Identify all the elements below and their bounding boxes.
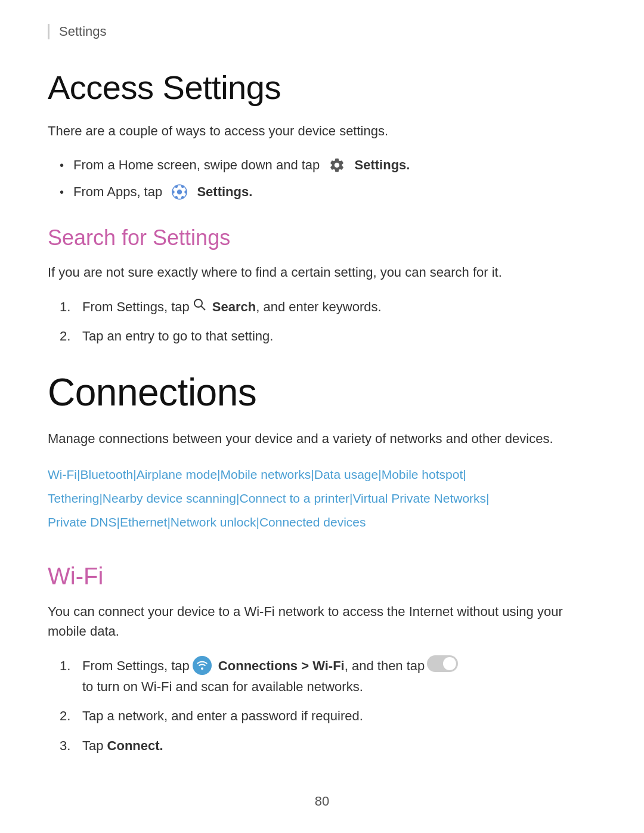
wifi-step-1-text2: , and then tap: [345, 655, 425, 676]
bullet-item-2: From Apps, tap Settings.: [60, 182, 596, 202]
gear-blue-icon: [171, 183, 188, 201]
page-number: 80: [315, 794, 329, 809]
link-mobile-networks[interactable]: Mobile networks: [221, 467, 311, 481]
link-airplane-mode[interactable]: Airplane mode: [137, 467, 217, 481]
access-settings-title: Access Settings: [48, 68, 596, 107]
step-1-content: From Settings, tap Search , and enter ke…: [82, 296, 382, 317]
breadcrumb-label: Settings: [59, 24, 107, 39]
search-steps: 1. From Settings, tap Search , and enter…: [48, 296, 596, 346]
step-1-bold: Search: [209, 296, 256, 317]
search-settings-subtitle: Search for Settings: [48, 225, 596, 250]
link-nearby-device-scanning[interactable]: Nearby device scanning: [103, 491, 236, 505]
search-step-2: 2. Tap an entry to go to that setting.: [60, 326, 596, 346]
wifi-step-2-text: Tap a network, and enter a password if r…: [82, 705, 363, 726]
connections-link-group: Wi-Fi|Bluetooth|Airplane mode|Mobile net…: [48, 463, 596, 534]
step-1-text-before: From Settings, tap: [82, 296, 190, 317]
access-settings-intro: There are a couple of ways to access you…: [48, 121, 596, 141]
wifi-step-1: 1. From Settings, tap Connections > Wi-F…: [60, 655, 596, 697]
link-vpn[interactable]: Virtual Private Networks: [352, 491, 486, 505]
wifi-intro: You can connect your device to a Wi-Fi n…: [48, 602, 596, 641]
wifi-steps: 1. From Settings, tap Connections > Wi-F…: [48, 655, 596, 756]
search-settings-intro: If you are not sure exactly where to fin…: [48, 262, 596, 282]
wifi-title: Wi-Fi: [48, 563, 596, 590]
link-wifi[interactable]: Wi-Fi: [48, 467, 77, 481]
connections-intro: Manage connections between your device a…: [48, 429, 596, 448]
step-num-1: 1.: [60, 296, 78, 317]
bullet-text-2b: Settings.: [193, 182, 252, 202]
wifi-step-1-text3: to turn on Wi-Fi and scan for available …: [82, 676, 363, 697]
step-num-2: 2.: [60, 326, 78, 346]
access-bullets: From a Home screen, swipe down and tap S…: [48, 155, 596, 202]
wifi-step-2: 2. Tap a network, and enter a password i…: [60, 705, 596, 726]
wifi-step-num-2: 2.: [60, 705, 78, 726]
link-bluetooth[interactable]: Bluetooth: [80, 467, 133, 481]
wifi-step-1-content: From Settings, tap Connections > Wi-Fi ,…: [82, 655, 596, 697]
wifi-step-3: 3. Tap Connect.: [60, 735, 596, 756]
search-icon: [191, 296, 207, 312]
wifi-step-num-3: 3.: [60, 735, 78, 756]
search-step-1: 1. From Settings, tap Search , and enter…: [60, 296, 596, 317]
link-ethernet[interactable]: Ethernet: [120, 515, 167, 529]
wifi-step-num-1: 1.: [60, 655, 78, 676]
gear-dark-icon: [328, 156, 346, 174]
wifi-step-1-text-before: From Settings, tap: [82, 655, 190, 676]
link-mobile-hotspot[interactable]: Mobile hotspot: [382, 467, 463, 481]
step-1-text-after: , and enter keywords.: [256, 296, 381, 317]
link-tethering[interactable]: Tethering: [48, 491, 99, 505]
svg-point-1: [194, 299, 202, 307]
bullet-item-1: From a Home screen, swipe down and tap S…: [60, 155, 596, 175]
link-data-usage[interactable]: Data usage: [314, 467, 378, 481]
step-2-text: Tap an entry to go to that setting.: [82, 326, 273, 346]
bullet-text-1b: Settings.: [351, 155, 410, 175]
breadcrumb: Settings: [48, 24, 596, 39]
wifi-step-1-bold1: Connections > Wi-Fi: [215, 655, 345, 676]
link-connect-printer[interactable]: Connect to a printer: [239, 491, 349, 505]
link-private-dns[interactable]: Private DNS: [48, 515, 117, 529]
svg-point-3: [193, 656, 212, 675]
bullet-text-2a: From Apps, tap: [73, 182, 166, 202]
link-network-unlock[interactable]: Network unlock: [171, 515, 256, 529]
toggle-icon: [427, 655, 458, 672]
svg-line-2: [201, 306, 205, 311]
wifi-step-3-text: Tap Connect.: [82, 735, 163, 756]
link-connected-devices[interactable]: Connected devices: [259, 515, 366, 529]
connections-wifi-icon: [192, 655, 212, 676]
bullet-text-1a: From a Home screen, swipe down and tap: [73, 155, 323, 175]
connections-title: Connections: [48, 370, 596, 414]
